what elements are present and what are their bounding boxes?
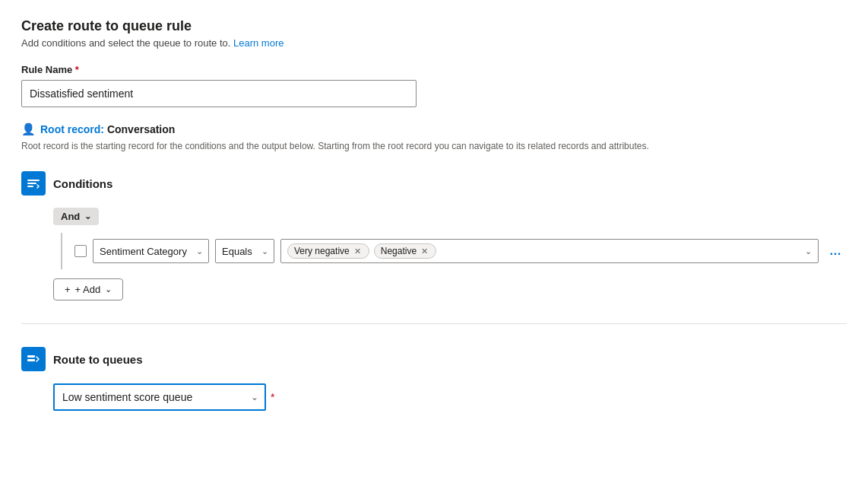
and-button[interactable]: And ⌄ (53, 208, 99, 225)
values-chevron-icon[interactable]: ⌄ (805, 246, 812, 256)
condition-row-wrapper: Sentiment Category ⌄ Equals ⌄ Very negat… (61, 233, 847, 269)
conditions-title: Conditions (53, 177, 112, 190)
route-queues-icon (21, 347, 46, 371)
and-label: And (61, 211, 80, 222)
learn-more-link[interactable]: Learn more (233, 37, 284, 49)
root-record-section: 👤 Root record: Conversation Root record … (21, 122, 847, 153)
add-label: + Add (75, 284, 101, 295)
root-record-icon: 👤 (21, 122, 36, 136)
required-marker: * (75, 64, 79, 75)
conditions-body: And ⌄ Sentiment Category ⌄ Equals ⌄ (53, 208, 847, 301)
route-to-queues-header: Route to queues (21, 347, 847, 371)
condition-row: Sentiment Category ⌄ Equals ⌄ Very negat… (74, 233, 847, 269)
svg-rect-1 (27, 359, 35, 361)
route-queues-title: Route to queues (53, 353, 143, 366)
root-record-description: Root record is the starting record for t… (21, 139, 705, 153)
add-chevron-icon: ⌄ (105, 285, 112, 294)
operator-select-wrapper: Equals ⌄ (215, 239, 274, 263)
operator-select[interactable]: Equals (215, 239, 274, 263)
values-container[interactable]: Very negative ✕ Negative ✕ ⌄ (280, 239, 819, 263)
page-subtitle: Add conditions and select the queue to r… (21, 37, 847, 49)
rule-name-input[interactable] (21, 80, 417, 107)
remove-negative-button[interactable]: ✕ (420, 247, 429, 256)
add-icon: + (65, 284, 71, 295)
queue-select-row: Low sentiment score queue High priority … (53, 383, 847, 411)
tag-very-negative: Very negative ✕ (287, 243, 369, 259)
page-title: Create route to queue rule (21, 18, 847, 34)
condition-checkbox[interactable] (74, 245, 87, 257)
add-button[interactable]: + + Add ⌄ (53, 278, 123, 301)
section-divider (21, 323, 847, 324)
queue-select[interactable]: Low sentiment score queue High priority … (53, 383, 266, 411)
tag-negative: Negative ✕ (374, 243, 436, 259)
queue-required-marker: * (271, 391, 274, 403)
conditions-section-header: Conditions (21, 171, 847, 196)
svg-rect-0 (27, 355, 35, 358)
field-select[interactable]: Sentiment Category (93, 239, 209, 263)
root-record-title: 👤 Root record: Conversation (21, 122, 847, 136)
conditions-icon (21, 171, 46, 196)
rule-name-label: Rule Name * (21, 64, 847, 75)
queue-select-wrapper: Low sentiment score queue High priority … (53, 383, 266, 411)
and-chevron-icon: ⌄ (84, 211, 91, 221)
field-select-wrapper: Sentiment Category ⌄ (93, 239, 209, 263)
more-options-button[interactable]: … (825, 241, 847, 261)
remove-very-negative-button[interactable]: ✕ (353, 247, 363, 256)
